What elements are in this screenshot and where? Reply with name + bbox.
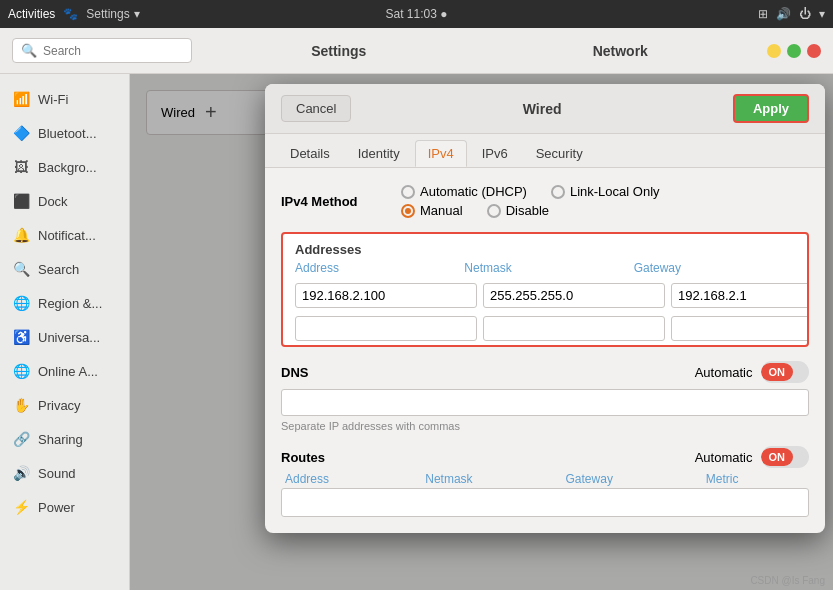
modal-header: Cancel Wired Apply bbox=[265, 84, 825, 134]
sidebar-item-notifications-label: Notificat... bbox=[38, 228, 96, 243]
modal-title: Wired bbox=[523, 101, 562, 117]
netmask-input-1[interactable] bbox=[483, 283, 665, 308]
routes-toggle[interactable]: ON bbox=[761, 446, 810, 468]
ipv4-method-section: IPv4 Method Automatic (DHCP) bbox=[281, 184, 809, 218]
toggle-on-label[interactable]: ON bbox=[761, 363, 794, 381]
sidebar: 📶 Wi-Fi 🔷 Bluetoot... 🖼 Backgro... ⬛ Doc… bbox=[0, 74, 130, 590]
sidebar-item-search-label: Search bbox=[38, 262, 79, 277]
routes-metric-input[interactable] bbox=[812, 495, 825, 510]
network-panel-title: Network bbox=[486, 43, 756, 59]
tab-ipv4[interactable]: IPv4 bbox=[415, 140, 467, 167]
dns-header: DNS Automatic ON bbox=[281, 361, 809, 383]
gateway-input-1[interactable] bbox=[671, 283, 809, 308]
watermark: CSDN @Is Fang bbox=[750, 575, 825, 586]
sidebar-item-dock[interactable]: ⬛ Dock bbox=[0, 184, 129, 218]
address-col-header: Address bbox=[295, 261, 456, 275]
power-arrow-icon[interactable]: ▾ bbox=[819, 7, 825, 21]
topbar-icon: 🐾 bbox=[63, 7, 78, 21]
routes-toggle-on-label[interactable]: ON bbox=[761, 448, 794, 466]
routes-address-input[interactable] bbox=[290, 495, 458, 510]
online-accounts-icon: 🌐 bbox=[12, 362, 30, 380]
dns-automatic: Automatic ON bbox=[695, 361, 809, 383]
routes-col-metric: Metric bbox=[706, 472, 805, 486]
close-button[interactable] bbox=[807, 44, 821, 58]
sidebar-item-universal-label: Universa... bbox=[38, 330, 100, 345]
minimize-button[interactable] bbox=[767, 44, 781, 58]
activities-button[interactable]: Activities bbox=[8, 7, 55, 21]
right-panel: Wired + Cancel Wired Apply Detai bbox=[130, 74, 833, 590]
disable-radio[interactable] bbox=[487, 204, 501, 218]
routes-col-gateway: Gateway bbox=[566, 472, 698, 486]
dhcp-radio[interactable] bbox=[401, 185, 415, 199]
routes-toggle-off-label[interactable] bbox=[793, 454, 809, 460]
sound-icon: 🔊 bbox=[12, 464, 30, 482]
sidebar-item-sharing-label: Sharing bbox=[38, 432, 83, 447]
method-link-local[interactable]: Link-Local Only bbox=[551, 184, 660, 199]
dock-icon: ⬛ bbox=[12, 192, 30, 210]
routes-header: Routes Automatic ON bbox=[281, 446, 809, 468]
apply-button[interactable]: Apply bbox=[733, 94, 809, 123]
method-dhcp[interactable]: Automatic (DHCP) bbox=[401, 184, 527, 199]
toggle-off-label[interactable] bbox=[793, 369, 809, 375]
sidebar-item-bluetooth[interactable]: 🔷 Bluetoot... bbox=[0, 116, 129, 150]
manual-radio[interactable] bbox=[401, 204, 415, 218]
region-icon: 🌐 bbox=[12, 294, 30, 312]
sidebar-item-wifi[interactable]: 📶 Wi-Fi bbox=[0, 82, 129, 116]
sidebar-item-power[interactable]: ⚡ Power bbox=[0, 490, 129, 524]
gateway-input-2[interactable] bbox=[671, 316, 809, 341]
routes-gateway-input[interactable] bbox=[638, 495, 806, 510]
addresses-title: Addresses bbox=[283, 234, 807, 261]
method-disable[interactable]: Disable bbox=[487, 203, 549, 218]
network-tray-icon[interactable]: ⊞ bbox=[758, 7, 768, 21]
search-box[interactable]: 🔍 bbox=[12, 38, 192, 63]
routes-label: Routes bbox=[281, 450, 325, 465]
sidebar-item-online-accounts[interactable]: 🌐 Online A... bbox=[0, 354, 129, 388]
menu-arrow-icon: ▾ bbox=[134, 7, 140, 21]
netmask-input-2[interactable] bbox=[483, 316, 665, 341]
disable-label: Disable bbox=[506, 203, 549, 218]
address-input-1[interactable] bbox=[295, 283, 477, 308]
method-manual[interactable]: Manual bbox=[401, 203, 463, 218]
cancel-button[interactable]: Cancel bbox=[281, 95, 351, 122]
tab-security[interactable]: Security bbox=[523, 140, 596, 167]
settings-header: 🔍 Settings Network bbox=[0, 28, 833, 74]
privacy-icon: ✋ bbox=[12, 396, 30, 414]
universal-icon: ♿ bbox=[12, 328, 30, 346]
search-nav-icon: 🔍 bbox=[12, 260, 30, 278]
sidebar-item-sharing[interactable]: 🔗 Sharing bbox=[0, 422, 129, 456]
method-options: Automatic (DHCP) Link-Local Only bbox=[401, 184, 660, 218]
dns-section: DNS Automatic ON Separate bbox=[281, 361, 809, 432]
routes-netmask-input[interactable] bbox=[464, 495, 632, 510]
sound-tray-icon[interactable]: 🔊 bbox=[776, 7, 791, 21]
sidebar-item-privacy[interactable]: ✋ Privacy bbox=[0, 388, 129, 422]
maximize-button[interactable] bbox=[787, 44, 801, 58]
sidebar-item-region[interactable]: 🌐 Region &... bbox=[0, 286, 129, 320]
link-local-radio[interactable] bbox=[551, 185, 565, 199]
modal-body: IPv4 Method Automatic (DHCP) bbox=[265, 168, 825, 533]
sidebar-item-background[interactable]: 🖼 Backgro... bbox=[0, 150, 129, 184]
addresses-section: Addresses Address Netmask Gateway ✕ bbox=[281, 232, 809, 347]
dns-toggle[interactable]: ON bbox=[761, 361, 810, 383]
settings-menu[interactable]: Settings ▾ bbox=[86, 7, 139, 21]
tab-ipv6[interactable]: IPv6 bbox=[469, 140, 521, 167]
background-icon: 🖼 bbox=[12, 158, 30, 176]
tab-details[interactable]: Details bbox=[277, 140, 343, 167]
power-tray-icon[interactable]: ⏻ bbox=[799, 7, 811, 21]
dns-input[interactable] bbox=[281, 389, 809, 416]
dns-label: DNS bbox=[281, 365, 308, 380]
bluetooth-icon: 🔷 bbox=[12, 124, 30, 142]
sidebar-item-search[interactable]: 🔍 Search bbox=[0, 252, 129, 286]
ipv4-method-label: IPv4 Method bbox=[281, 194, 381, 209]
tab-identity[interactable]: Identity bbox=[345, 140, 413, 167]
topbar-right: ⊞ 🔊 ⏻ ▾ bbox=[758, 7, 825, 21]
routes-automatic: Automatic ON bbox=[695, 446, 809, 468]
sidebar-item-notifications[interactable]: 🔔 Notificat... bbox=[0, 218, 129, 252]
sidebar-item-universal[interactable]: ♿ Universa... bbox=[0, 320, 129, 354]
address-input-2[interactable] bbox=[295, 316, 477, 341]
address-row-1: ✕ bbox=[283, 279, 807, 312]
search-input[interactable] bbox=[43, 44, 183, 58]
dns-hint: Separate IP addresses with commas bbox=[281, 420, 809, 432]
routes-section: Routes Automatic ON Add bbox=[281, 446, 809, 517]
sidebar-item-sound[interactable]: 🔊 Sound bbox=[0, 456, 129, 490]
wired-dialog: Cancel Wired Apply Details Identity IPv4… bbox=[265, 84, 825, 533]
